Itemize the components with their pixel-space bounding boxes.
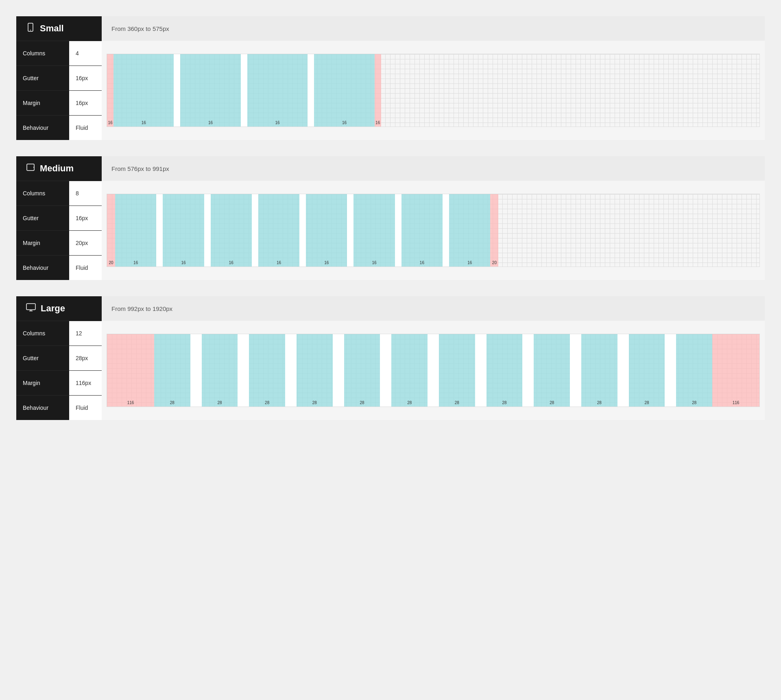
column-block: 16 (449, 194, 490, 267)
columns-area: 1616161616161616 (115, 194, 490, 267)
column-block: 28 (344, 334, 380, 407)
breakpoint-section-medium: Medium From 576px to 991px Columns 8 Gut… (16, 156, 765, 280)
svg-rect-4 (26, 304, 35, 310)
margin-value: 20px (69, 231, 102, 255)
section-header: Large From 992px to 1920px (16, 296, 765, 321)
section-title: Small (16, 16, 102, 41)
gutter-label: Gutter (16, 346, 69, 370)
gutter-block (333, 334, 344, 407)
column-block: 28 (154, 334, 190, 407)
section-range: From 576px to 991px (102, 156, 765, 181)
columns-value: 12 (69, 321, 102, 346)
column-block: 16 (258, 194, 299, 267)
columns-label: Columns (16, 181, 69, 206)
margin-value: 116px (69, 371, 102, 395)
right-margin: 16 (375, 54, 381, 127)
gutter-block (522, 334, 534, 407)
tablet-icon (26, 163, 35, 174)
gutter-block (204, 194, 211, 267)
column-block: 28 (486, 334, 523, 407)
gutter-row: Gutter 16px (16, 66, 102, 90)
behaviour-row: Behaviour Fluid (16, 115, 102, 140)
section-range: From 360px to 575px (102, 16, 765, 41)
column-block: 16 (314, 54, 374, 127)
section-range: From 992px to 1920px (102, 296, 765, 321)
margin-row: Margin 16px (16, 90, 102, 115)
column-block: 28 (297, 334, 333, 407)
gutter-block (238, 334, 249, 407)
column-block: 28 (202, 334, 238, 407)
section-body: Columns 12 Gutter 28px Margin 116px Beha… (16, 321, 765, 420)
behaviour-label: Behaviour (16, 396, 69, 420)
margin-label: Margin (16, 231, 69, 255)
breakpoint-label: Large (41, 303, 65, 314)
behaviour-row: Behaviour Fluid (16, 255, 102, 280)
margin-value: 16px (69, 91, 102, 115)
gutter-block (308, 54, 314, 127)
gutter-value: 28px (69, 346, 102, 370)
behaviour-value: Fluid (69, 116, 102, 140)
left-margin: 16 (107, 54, 113, 127)
gutter-block (174, 54, 180, 127)
column-block: 28 (629, 334, 665, 407)
gutter-block (347, 194, 353, 267)
behaviour-value: Fluid (69, 256, 102, 280)
columns-label: Columns (16, 41, 69, 66)
columns-area: 16161616 (113, 54, 375, 127)
gutter-label: Gutter (16, 66, 69, 90)
gutter-block (156, 194, 163, 267)
column-block: 16 (163, 194, 204, 267)
columns-value: 4 (69, 41, 102, 66)
columns-value: 8 (69, 181, 102, 206)
column-block: 28 (676, 334, 712, 407)
gutter-value: 16px (69, 66, 102, 90)
behaviour-row: Behaviour Fluid (16, 395, 102, 420)
section-title: Medium (16, 156, 102, 181)
gutter-block (665, 334, 676, 407)
section-body: Columns 4 Gutter 16px Margin 16px Behavi… (16, 41, 765, 140)
column-block: 16 (211, 194, 252, 267)
section-title: Large (16, 296, 102, 321)
right-margin: 116 (712, 334, 759, 407)
left-margin: 116 (107, 334, 154, 407)
gutter-block (299, 194, 306, 267)
gutter-block (443, 194, 449, 267)
gutter-block (380, 334, 391, 407)
column-block: 16 (180, 54, 240, 127)
gutter-block (252, 194, 258, 267)
svg-rect-2 (27, 164, 34, 171)
section-body: Columns 8 Gutter 16px Margin 20px Behavi… (16, 181, 765, 280)
props-panel: Columns 4 Gutter 16px Margin 16px Behavi… (16, 41, 102, 140)
svg-point-1 (30, 30, 31, 31)
column-block: 16 (353, 194, 395, 267)
column-block: 28 (534, 334, 570, 407)
desktop-icon (26, 303, 36, 314)
column-block: 16 (247, 54, 308, 127)
section-header: Small From 360px to 575px (16, 16, 765, 41)
behaviour-label: Behaviour (16, 116, 69, 140)
props-panel: Columns 12 Gutter 28px Margin 116px Beha… (16, 321, 102, 420)
gutter-block (570, 334, 581, 407)
grid-canvas: 116 282828282828282828282828 116 (107, 334, 760, 407)
gutter-block (395, 194, 401, 267)
grid-preview: 16 16161616 16 (102, 41, 765, 140)
gutter-value: 16px (69, 206, 102, 230)
svg-point-3 (33, 167, 34, 168)
behaviour-value: Fluid (69, 396, 102, 420)
gutter-row: Gutter 28px (16, 346, 102, 370)
grid-preview: 20 1616161616161616 20 (102, 181, 765, 280)
gutter-block (617, 334, 629, 407)
margin-row: Margin 20px (16, 230, 102, 255)
gutter-row: Gutter 16px (16, 206, 102, 230)
column-block: 28 (249, 334, 285, 407)
gutter-label: Gutter (16, 206, 69, 230)
column-block: 28 (581, 334, 617, 407)
breakpoint-label: Small (40, 23, 64, 34)
behaviour-label: Behaviour (16, 256, 69, 280)
gutter-block (285, 334, 297, 407)
column-block: 16 (401, 194, 443, 267)
column-block: 28 (439, 334, 475, 407)
props-panel: Columns 8 Gutter 16px Margin 20px Behavi… (16, 181, 102, 280)
gutter-block (241, 54, 247, 127)
grid-preview: 116 282828282828282828282828 116 (102, 321, 765, 420)
